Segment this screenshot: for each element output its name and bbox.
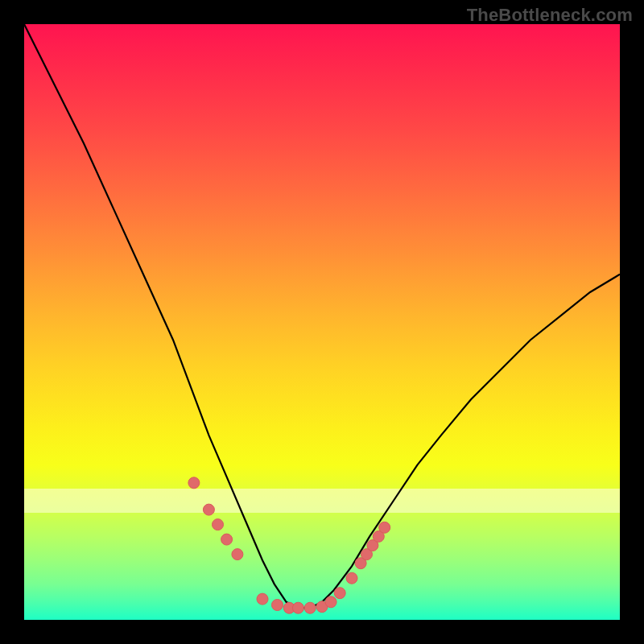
marker-point — [213, 519, 224, 530]
marker-point — [221, 534, 233, 545]
chart-frame: TheBottleneck.com — [0, 0, 644, 644]
marker-group — [188, 477, 390, 613]
marker-point — [257, 593, 268, 605]
marker-point — [232, 549, 243, 560]
marker-point — [188, 477, 200, 489]
marker-point — [325, 597, 336, 608]
plot-area — [24, 24, 620, 620]
watermark-text: TheBottleneck.com — [467, 5, 633, 26]
marker-point — [334, 588, 345, 599]
marker-point — [379, 522, 390, 533]
marker-point — [304, 602, 316, 613]
marker-point — [292, 602, 303, 613]
marker-point — [203, 504, 214, 515]
marker-point — [272, 600, 283, 611]
bottleneck-curve — [24, 24, 620, 608]
marker-point — [346, 572, 357, 584]
curve-svg — [24, 24, 620, 620]
